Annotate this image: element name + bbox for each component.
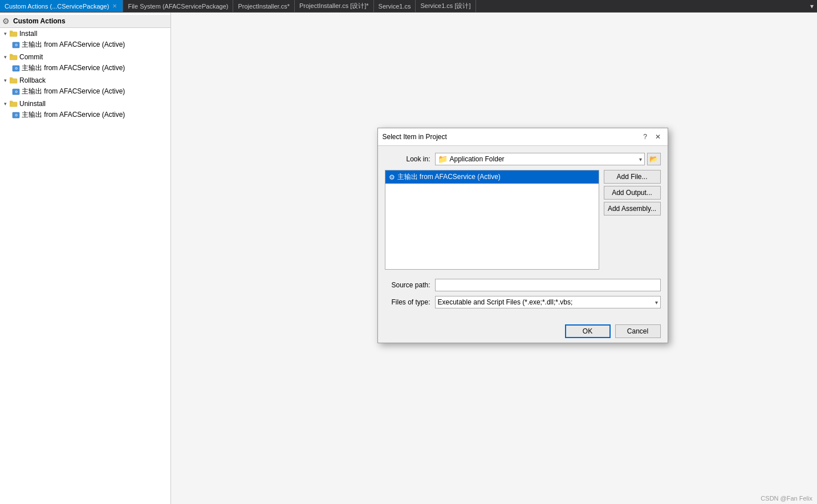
- item-install-primary-icon: ⚙: [11, 41, 21, 49]
- look-in-value: Application Folder: [450, 155, 505, 163]
- chevron-commit: ▾: [2, 54, 8, 60]
- tab-service1-cs[interactable]: Service1.cs: [374, 0, 416, 12]
- combo-box-inner: 📁 Application Folder: [438, 155, 639, 164]
- cancel-button[interactable]: Cancel: [615, 324, 661, 338]
- source-path-label: Source path:: [385, 281, 430, 289]
- source-path-row: Source path:: [385, 279, 661, 291]
- tree-node-commit-label: Commit: [19, 53, 43, 61]
- ok-button[interactable]: OK: [565, 324, 611, 338]
- tree-node-rollback-row[interactable]: ▾ Rollback: [0, 75, 170, 86]
- custom-actions-icon: ⚙: [2, 17, 10, 26]
- dialog-overlay: Select Item in Project ? ✕ Look in:: [171, 13, 817, 504]
- tab-service1-design[interactable]: Service1.cs [设计]: [416, 0, 475, 12]
- svg-text:⚙: ⚙: [15, 67, 18, 70]
- dialog-title: Select Item in Project: [383, 133, 447, 141]
- tab-custom-actions[interactable]: Custom Actions (...CServicePackage) ✕: [0, 0, 123, 12]
- tree-node-install-label: Install: [19, 30, 37, 38]
- look-in-label: Look in:: [385, 155, 430, 163]
- chevron-install: ▾: [2, 31, 8, 36]
- tree-item-rollback-primary-label: 主输出 from AFACService (Active): [22, 87, 125, 96]
- chevron-uninstall: ▾: [2, 101, 8, 107]
- folder-commit-icon: [9, 53, 18, 61]
- source-path-input[interactable]: [435, 279, 661, 291]
- tab-file-system-label: File System (AFACServicePackage): [128, 3, 228, 10]
- tab-custom-actions-close[interactable]: ✕: [111, 2, 118, 10]
- files-of-type-label: Files of type:: [385, 298, 430, 306]
- file-item-label: 主输出 from AFACService (Active): [397, 172, 501, 182]
- folder-uninstall-icon: [9, 100, 18, 108]
- files-of-type-row: Files of type: Executable and Script Fil…: [385, 296, 661, 308]
- tree-title: Custom Actions: [11, 16, 68, 26]
- tree-node-commit-children: ⚙ 主输出 from AFACService (Active): [0, 62, 170, 74]
- tab-file-system[interactable]: File System (AFACServicePackage): [123, 0, 233, 12]
- svg-rect-5: [10, 54, 13, 56]
- tree-item-uninstall-primary-label: 主输出 from AFACService (Active): [22, 110, 125, 120]
- folder-install-icon: [9, 30, 18, 38]
- file-list-item-primary[interactable]: ⚙ 主输出 from AFACService (Active): [385, 170, 599, 184]
- chevron-rollback: ▾: [2, 78, 8, 83]
- tree-node-uninstall-label: Uninstall: [19, 100, 46, 108]
- tree-node-rollback-label: Rollback: [19, 76, 46, 84]
- tree-node-uninstall: ▾ Uninstall ⚙ 主输: [0, 98, 170, 121]
- watermark: CSDN @Fan Felix: [761, 495, 812, 502]
- files-of-type-arrow-icon: ▾: [655, 299, 658, 306]
- file-list[interactable]: ⚙ 主输出 from AFACService (Active): [385, 170, 599, 270]
- main-area: ⚙ Custom Actions ▾ Install: [0, 13, 817, 504]
- svg-text:⚙: ⚙: [15, 43, 18, 47]
- add-output-button[interactable]: Add Output...: [604, 186, 661, 200]
- add-file-button[interactable]: Add File...: [604, 170, 661, 184]
- tab-project-installer-cs[interactable]: ProjectInstaller.cs*: [233, 0, 294, 12]
- tree-item-rollback-primary[interactable]: ⚙ 主输出 from AFACService (Active): [9, 86, 170, 97]
- folder-select-area: 📁 Application Folder ▾ 📂: [435, 153, 661, 165]
- tree-node-uninstall-children: ⚙ 主输出 from AFACService (Active): [0, 109, 170, 121]
- tab-project-installer-design[interactable]: ProjectInstaller.cs [设计]*: [295, 0, 374, 12]
- tab-project-installer-design-label: ProjectInstaller.cs [设计]*: [299, 2, 369, 10]
- file-action-buttons: Add File... Add Output... Add Assembly..…: [604, 170, 661, 274]
- svg-text:⚙: ⚙: [15, 113, 18, 117]
- folder-rollback-icon: [9, 76, 18, 84]
- dialog-body: Look in: 📁 Application Folder ▾ 📂: [378, 146, 668, 320]
- left-panel: ⚙ Custom Actions ▾ Install: [0, 13, 171, 504]
- svg-rect-9: [10, 78, 13, 79]
- tree-toolbar: ⚙ Custom Actions: [0, 15, 170, 28]
- content-area: Select Item in Project ? ✕ Look in:: [171, 13, 817, 504]
- add-assembly-button[interactable]: Add Assembly...: [604, 202, 661, 216]
- tree-node-install-children: ⚙ 主输出 from AFACService (Active): [0, 39, 170, 51]
- svg-text:⚙: ⚙: [15, 90, 18, 94]
- folder-icon-combo: 📁: [438, 155, 448, 164]
- tab-bar: Custom Actions (...CServicePackage) ✕ Fi…: [0, 0, 817, 13]
- folder-browse-button[interactable]: 📂: [647, 153, 661, 165]
- tree-node-rollback-children: ⚙ 主输出 from AFACService (Active): [0, 86, 170, 97]
- tab-service1-cs-label: Service1.cs: [379, 3, 411, 10]
- look-in-row: Look in: 📁 Application Folder ▾ 📂: [385, 153, 661, 165]
- dialog-close-button[interactable]: ✕: [653, 132, 663, 142]
- item-uninstall-primary-icon: ⚙: [11, 111, 21, 119]
- combo-arrow-icon: ▾: [639, 156, 642, 162]
- tree-node-commit: ▾ Commit ⚙ 主输出 f: [0, 51, 170, 75]
- dialog-controls: ? ✕: [640, 132, 663, 142]
- dialog-footer: OK Cancel: [378, 320, 668, 343]
- look-in-combo[interactable]: 📁 Application Folder ▾: [435, 153, 645, 165]
- folder-browse-icon: 📂: [649, 155, 658, 163]
- tree-node-commit-row[interactable]: ▾ Commit: [0, 52, 170, 62]
- files-of-type-value: Executable and Script Files (*.exe;*.dll…: [438, 298, 655, 306]
- tree-node-rollback: ▾ Rollback ⚙ 主输出: [0, 75, 170, 98]
- tab-overflow[interactable]: ▾: [807, 0, 817, 12]
- tree-item-install-primary-label: 主输出 from AFACService (Active): [22, 40, 125, 50]
- item-rollback-primary-icon: ⚙: [11, 88, 21, 96]
- select-item-dialog: Select Item in Project ? ✕ Look in:: [377, 128, 668, 343]
- tree-node-install-row[interactable]: ▾ Install: [0, 29, 170, 39]
- files-of-type-combo[interactable]: Executable and Script Files (*.exe;*.dll…: [435, 296, 661, 308]
- tab-project-installer-cs-label: ProjectInstaller.cs*: [238, 3, 289, 10]
- tree-node-uninstall-row[interactable]: ▾ Uninstall: [0, 99, 170, 109]
- dialog-help-button[interactable]: ?: [640, 132, 651, 142]
- tree-item-install-primary[interactable]: ⚙ 主输出 from AFACService (Active): [9, 39, 170, 51]
- item-commit-primary-icon: ⚙: [11, 64, 21, 72]
- tree-item-uninstall-primary[interactable]: ⚙ 主输出 from AFACService (Active): [9, 109, 170, 121]
- svg-rect-13: [10, 101, 13, 103]
- tree-item-commit-primary-label: 主输出 from AFACService (Active): [22, 63, 125, 73]
- svg-rect-1: [10, 31, 13, 32]
- tab-custom-actions-label: Custom Actions (...CServicePackage): [5, 3, 109, 10]
- file-area-row: ⚙ 主输出 from AFACService (Active) Add File…: [385, 170, 661, 274]
- tree-item-commit-primary[interactable]: ⚙ 主输出 from AFACService (Active): [9, 62, 170, 74]
